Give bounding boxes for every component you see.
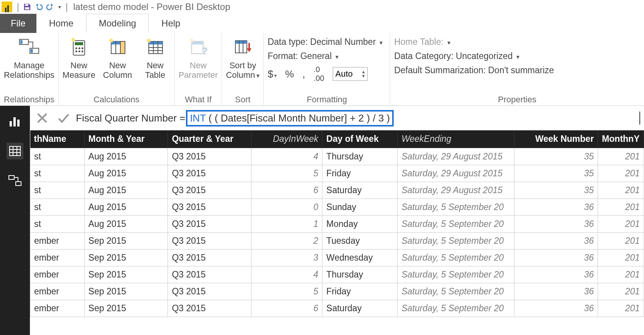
sort-by-column-button[interactable]: Sort by Column [226,35,260,80]
cell-week-ending[interactable]: Saturday, 29 August 2015 [398,165,514,182]
cell-day-of-week[interactable]: Saturday [322,182,398,199]
cell-week-number[interactable]: 35 [514,165,598,182]
cell-week-ending[interactable]: Saturday, 5 September 20 [398,199,514,215]
new-table-button[interactable]: New Table [140,35,171,80]
model-view-button[interactable] [7,172,23,189]
cell-month-year[interactable]: Aug 2015 [84,165,168,182]
save-button[interactable] [21,1,33,13]
new-measure-button[interactable]: New Measure [62,35,95,80]
cell-quarter-year[interactable]: Q3 2015 [168,182,251,199]
col-day-of-week[interactable]: Day of Week [322,130,398,148]
data-type-dropdown[interactable]: Data type: Decimal Number [268,37,383,47]
cell-day-of-week[interactable]: Tuesday [322,232,398,249]
cell-month-year[interactable]: Sep 2015 [84,300,168,317]
currency-format-button[interactable]: $ [268,68,276,80]
cell-month-name[interactable]: st [30,215,85,232]
cell-day-of-week[interactable]: Wednesday [322,249,398,266]
stepper-arrows[interactable]: ▲▼ [360,70,367,78]
cell-week-number[interactable]: 36 [514,249,598,266]
cell-week-number[interactable]: 35 [514,148,598,165]
cell-month-year[interactable]: Sep 2015 [84,232,168,249]
cell-month-n-year[interactable]: 201 [598,199,644,215]
cell-month-name[interactable]: ember [30,283,85,300]
col-week-number[interactable]: Week Number [514,130,598,148]
cell-day-in-week[interactable]: 5 [251,283,322,300]
cell-week-ending[interactable]: Saturday, 29 August 2015 [398,182,514,199]
cell-day-in-week[interactable]: 0 [251,199,322,215]
col-month-name[interactable]: thName [30,130,85,148]
cell-day-of-week[interactable]: Friday [322,165,398,182]
redo-button[interactable] [44,1,56,13]
tab-help[interactable]: Help [149,14,193,33]
cell-month-n-year[interactable]: 201 [598,283,644,300]
cell-week-ending[interactable]: Saturday, 5 September 20 [398,215,514,232]
cell-quarter-year[interactable]: Q3 2015 [168,165,251,182]
cell-month-n-year[interactable]: 201 [598,215,644,232]
cell-month-name[interactable]: st [30,199,85,215]
cell-month-name[interactable]: ember [30,300,85,317]
col-month-n-year[interactable]: MonthnY [598,130,644,148]
cell-day-of-week[interactable]: Sunday [322,199,398,215]
cell-quarter-year[interactable]: Q3 2015 [168,148,251,165]
formula-cancel-button[interactable] [33,109,51,127]
cell-month-year[interactable]: Aug 2015 [84,215,168,232]
cell-quarter-year[interactable]: Q3 2015 [168,249,251,266]
decimal-places-input[interactable] [333,68,360,80]
cell-quarter-year[interactable]: Q3 2015 [168,232,251,249]
manage-relationships-button[interactable]: Manage Relationships [4,35,54,80]
table-row[interactable]: stAug 2015Q3 20150SundaySaturday, 5 Sept… [30,199,644,215]
formula-input[interactable]: Fiscal Quarter Number = INT ( ( Dates[Fi… [76,109,641,127]
cell-day-of-week[interactable]: Thursday [322,148,398,165]
report-view-button[interactable] [7,113,23,130]
cell-week-ending[interactable]: Saturday, 29 August 2015 [398,148,514,165]
table-row[interactable]: emberSep 2015Q3 20154ThursdaySaturday, 5… [30,266,644,283]
cell-week-number[interactable]: 36 [514,232,598,249]
new-column-button[interactable]: New Column [102,35,133,80]
cell-month-n-year[interactable]: 201 [598,266,644,283]
cell-week-ending[interactable]: Saturday, 5 September 20 [398,249,514,266]
cell-quarter-year[interactable]: Q3 2015 [168,300,251,317]
cell-month-name[interactable]: ember [30,266,85,283]
cell-day-in-week[interactable]: 5 [251,165,322,182]
decimal-places-stepper[interactable]: ▲▼ [333,67,368,81]
cell-month-n-year[interactable]: 201 [598,165,644,182]
col-day-in-week[interactable]: DayInWeek [251,130,322,148]
cell-month-name[interactable]: ember [30,232,85,249]
cell-week-ending[interactable]: Saturday, 5 September 20 [398,283,514,300]
table-row[interactable]: emberSep 2015Q3 20153WednesdaySaturday, … [30,249,644,266]
cell-day-in-week[interactable]: 3 [251,249,322,266]
cell-day-of-week[interactable]: Saturday [322,300,398,317]
cell-month-name[interactable]: ember [30,249,85,266]
cell-month-name[interactable]: st [30,165,85,182]
cell-week-ending[interactable]: Saturday, 5 September 20 [398,266,514,283]
tab-modeling[interactable]: Modeling [86,14,149,33]
cell-quarter-year[interactable]: Q3 2015 [168,199,251,215]
table-row[interactable]: stAug 2015Q3 20154ThursdaySaturday, 29 A… [30,148,644,165]
cell-week-number[interactable]: 36 [514,215,598,232]
tab-file[interactable]: File [0,14,36,33]
col-week-ending[interactable]: WeekEnding [398,130,514,148]
col-quarter-year[interactable]: Quarter & Year [168,130,251,148]
cell-month-year[interactable]: Aug 2015 [84,199,168,215]
cell-day-in-week[interactable]: 6 [251,182,322,199]
cell-month-name[interactable]: st [30,148,85,165]
cell-month-year[interactable]: Aug 2015 [84,148,168,165]
cell-day-of-week[interactable]: Thursday [322,266,398,283]
table-row[interactable]: stAug 2015Q3 20155FridaySaturday, 29 Aug… [30,165,644,182]
cell-week-ending[interactable]: Saturday, 5 September 20 [398,300,514,317]
cell-month-year[interactable]: Aug 2015 [84,182,168,199]
cell-week-number[interactable]: 36 [514,199,598,215]
table-row[interactable]: stAug 2015Q3 20156SaturdaySaturday, 29 A… [30,182,644,199]
cell-week-number[interactable]: 36 [514,300,598,317]
cell-day-in-week[interactable]: 1 [251,215,322,232]
format-dropdown[interactable]: Format: General [268,51,383,61]
cell-quarter-year[interactable]: Q3 2015 [168,283,251,300]
cell-week-number[interactable]: 36 [514,266,598,283]
cell-month-n-year[interactable]: 201 [598,249,644,266]
cell-month-n-year[interactable]: 201 [598,182,644,199]
cell-day-in-week[interactable]: 4 [251,266,322,283]
cell-week-number[interactable]: 35 [514,182,598,199]
data-category-dropdown[interactable]: Data Category: Uncategorized [394,51,554,61]
cell-week-ending[interactable]: Saturday, 5 September 20 [398,232,514,249]
table-row[interactable]: emberSep 2015Q3 20156SaturdaySaturday, 5… [30,300,644,317]
